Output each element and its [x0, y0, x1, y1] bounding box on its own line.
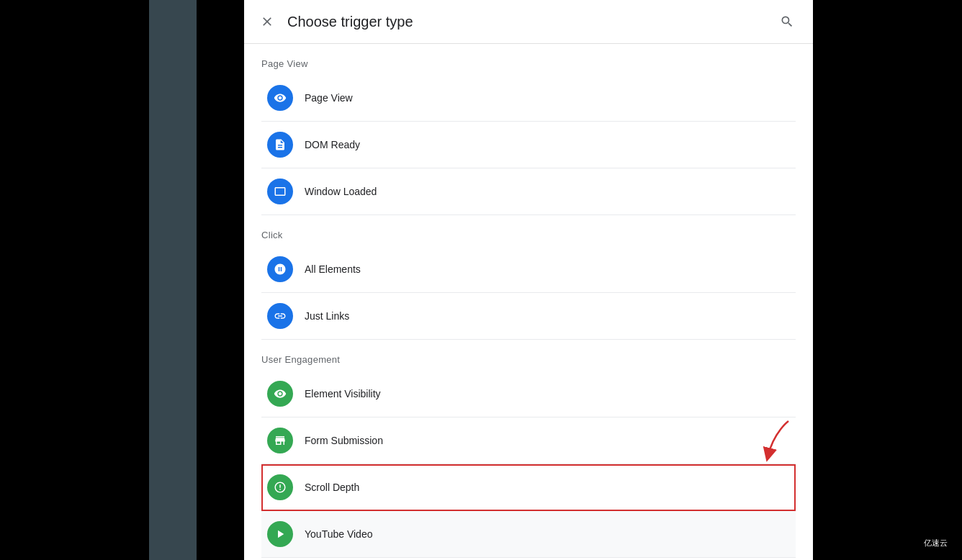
- left-sidebar: [149, 0, 197, 560]
- trigger-item-dom-ready[interactable]: DOM Ready: [261, 122, 796, 168]
- modal-header: Choose trigger type: [244, 0, 813, 44]
- dom-ready-icon-circle: [267, 132, 293, 158]
- section-header-user-engagement: User Engagement: [261, 340, 796, 371]
- trigger-item-youtube-video[interactable]: YouTube Video: [261, 511, 796, 558]
- youtube-video-icon-circle: [267, 521, 293, 547]
- trigger-item-scroll-depth[interactable]: Scroll Depth: [261, 464, 796, 511]
- trigger-label-page-view: Page View: [305, 92, 353, 104]
- close-button[interactable]: [259, 13, 276, 30]
- scroll-depth-icon-circle: [267, 474, 293, 500]
- all-elements-icon-circle: [267, 256, 293, 282]
- trigger-item-element-visibility[interactable]: Element Visibility: [261, 371, 796, 417]
- trigger-item-just-links[interactable]: Just Links: [261, 293, 796, 340]
- section-header-page-view: Page View: [261, 44, 796, 75]
- just-links-icon-circle: [267, 303, 293, 329]
- trigger-label-all-elements: All Elements: [305, 263, 361, 275]
- modal-body: Page View Page View DOM Ready: [244, 44, 813, 560]
- trigger-label-scroll-depth: Scroll Depth: [305, 482, 359, 493]
- trigger-item-page-view[interactable]: Page View: [261, 75, 796, 122]
- trigger-item-window-loaded[interactable]: Window Loaded: [261, 168, 796, 215]
- trigger-item-form-submission[interactable]: Form Submission: [261, 417, 796, 464]
- modal-title: Choose trigger type: [287, 14, 413, 30]
- trigger-label-element-visibility: Element Visibility: [305, 388, 381, 399]
- trigger-label-just-links: Just Links: [305, 310, 349, 322]
- trigger-label-dom-ready: DOM Ready: [305, 139, 360, 150]
- trigger-label-youtube-video: YouTube Video: [305, 528, 372, 540]
- window-loaded-icon-circle: [267, 179, 293, 204]
- page-view-icon-circle: [267, 85, 293, 111]
- search-button[interactable]: [778, 13, 796, 30]
- element-visibility-icon-circle: [267, 381, 293, 407]
- section-header-click: Click: [261, 215, 796, 246]
- trigger-label-form-submission: Form Submission: [305, 435, 383, 446]
- watermark: 亿速云: [918, 535, 953, 551]
- trigger-label-window-loaded: Window Loaded: [305, 186, 377, 197]
- trigger-item-all-elements[interactable]: All Elements: [261, 246, 796, 293]
- modal-header-left: Choose trigger type: [259, 13, 413, 30]
- form-submission-icon-circle: [267, 428, 293, 453]
- modal-container: Choose trigger type Page View Page View: [244, 0, 813, 560]
